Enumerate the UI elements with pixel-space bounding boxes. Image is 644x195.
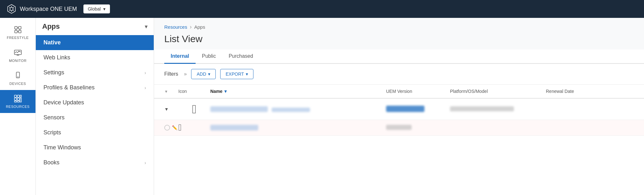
nav-item-weblinks-label: Web Links: [43, 54, 70, 61]
svg-rect-27: [17, 101, 19, 102]
sidebar-item-monitor[interactable]: MONITOR: [0, 44, 35, 67]
sidebar-item-devices[interactable]: DEVICES: [0, 67, 35, 90]
add-label: ADD: [197, 71, 206, 77]
table-row-sub: ✏️ : [154, 120, 644, 136]
chevron-right-icon: ›: [144, 70, 146, 75]
nav-item-sensors-label: Sensors: [43, 114, 65, 121]
nav-item-time-windows[interactable]: Time Windows: [36, 140, 154, 155]
row-uem-blurred: [386, 106, 424, 112]
nav-item-scripts[interactable]: Scripts: [36, 125, 154, 140]
row-expand-arrow[interactable]: ▼: [164, 106, 178, 112]
row-name-blurred: [210, 106, 268, 112]
svg-rect-24: [14, 98, 17, 100]
logo-area: Workspace ONE UEM: [6, 4, 77, 14]
tab-internal[interactable]: Internal: [164, 49, 196, 64]
sidebar-label-resources: RESOURCES: [6, 105, 29, 109]
nav-item-books-label: Books: [43, 159, 59, 166]
content-area: Resources › Apps List View Internal Publ…: [154, 18, 644, 195]
table-row: ▼ : [154, 99, 644, 120]
nav-item-profiles-label: Profiles & Baselines: [43, 84, 95, 91]
tab-purchased[interactable]: Purchased: [222, 49, 260, 64]
col-header-name[interactable]: Name ▾: [210, 89, 386, 94]
sidebar-label-devices: DEVICES: [10, 82, 26, 86]
export-chevron-down-icon: ▾: [246, 71, 248, 77]
nav-item-books[interactable]: Books ›: [36, 155, 154, 170]
nav-section-apps-label: Apps: [42, 22, 60, 31]
col-header-uem: UEM Version: [386, 89, 450, 94]
icon-sidebar: FREESTYLE MONITOR DEVICES: [0, 18, 36, 195]
chevron-down-icon: ▾: [103, 6, 105, 11]
sub-row-uem: [386, 125, 450, 131]
toolbar: Filters » ADD ▾ EXPORT ▾: [154, 64, 644, 85]
sub-row-name-blurred: [210, 125, 258, 131]
svg-line-5: [13, 10, 14, 11]
chevron-right-icon: ›: [144, 85, 146, 90]
edit-icon[interactable]: ✏️: [172, 125, 177, 130]
row-icon: : [178, 103, 210, 115]
name-col-label: Name: [210, 89, 222, 94]
nav-item-time-windows-label: Time Windows: [43, 144, 81, 151]
nav-item-profiles[interactable]: Profiles & Baselines ›: [36, 80, 154, 95]
col-header-arrow[interactable]: ▼: [164, 88, 178, 94]
nav-item-device-updates[interactable]: Device Updates: [36, 95, 154, 110]
svg-line-6: [9, 10, 11, 11]
svg-rect-22: [17, 95, 19, 97]
svg-rect-23: [20, 95, 21, 97]
row-radio[interactable]: [164, 125, 170, 131]
export-label: EXPORT: [226, 71, 244, 77]
name-sort-icon: ▾: [224, 89, 227, 94]
add-button[interactable]: ADD ▾: [191, 69, 216, 79]
col-header-icon: Icon: [178, 89, 210, 94]
nav-section-apps[interactable]: Apps ▾: [36, 18, 154, 35]
table-header: ▼ Icon Name ▾ UEM Version Platform/OS/Mo…: [154, 85, 644, 99]
row-name-sub-blurred: [272, 108, 310, 112]
breadcrumb-separator: ›: [190, 24, 192, 30]
resources-icon: [14, 94, 22, 103]
main-layout: FREESTYLE MONITOR DEVICES: [0, 18, 644, 195]
chevron-down-icon: ▾: [145, 24, 147, 30]
sidebar-item-resources[interactable]: RESOURCES: [0, 90, 35, 113]
svg-rect-10: [15, 30, 17, 33]
add-chevron-down-icon: ▾: [208, 71, 210, 77]
breadcrumb-parent[interactable]: Resources: [164, 24, 187, 30]
filters-label: Filters: [164, 71, 178, 77]
global-dropdown[interactable]: Global ▾: [83, 4, 110, 13]
nav-item-weblinks[interactable]: Web Links: [36, 50, 154, 65]
nav-item-scripts-label: Scripts: [43, 129, 61, 136]
svg-marker-0: [8, 4, 15, 13]
global-label: Global: [88, 6, 101, 11]
nav-sidebar: Apps ▾ Native Web Links Settings › Profi…: [36, 18, 154, 195]
monitor-icon: [14, 49, 22, 57]
svg-rect-11: [19, 30, 21, 33]
nav-item-settings-label: Settings: [43, 69, 64, 76]
row-platform-blurred: [450, 106, 514, 111]
apple-icon: : [178, 103, 210, 115]
breadcrumb: Resources › Apps: [154, 18, 644, 32]
sub-row-actions: ✏️: [164, 125, 178, 131]
nav-item-device-updates-label: Device Updates: [43, 99, 84, 106]
apple-icon-small: : [178, 123, 182, 132]
svg-rect-26: [14, 101, 17, 102]
chevron-right-icon: ›: [144, 160, 146, 165]
double-chevron-icon: »: [184, 71, 187, 77]
col-header-platform: Platform/OS/Model: [450, 89, 546, 94]
arrow-down-icon: ▼: [164, 107, 169, 112]
nav-item-sensors[interactable]: Sensors: [36, 110, 154, 125]
row-uem: [386, 106, 450, 113]
page-title: List View: [154, 32, 644, 49]
export-button[interactable]: EXPORT ▾: [220, 69, 253, 79]
tabs-bar: Internal Public Purchased: [154, 49, 644, 64]
sidebar-item-freestyle[interactable]: FREESTYLE: [0, 21, 35, 44]
sub-row-uem-blurred: [386, 125, 412, 130]
tab-public[interactable]: Public: [196, 49, 222, 64]
sort-icon: ▼: [164, 89, 168, 94]
svg-rect-21: [14, 95, 17, 97]
row-name: [210, 106, 386, 112]
nav-item-native[interactable]: Native: [36, 35, 154, 50]
nav-item-native-label: Native: [43, 39, 61, 46]
nav-item-settings[interactable]: Settings ›: [36, 65, 154, 80]
svg-line-7: [13, 7, 14, 8]
sub-row-icon: : [178, 123, 210, 132]
breadcrumb-current: Apps: [194, 24, 205, 30]
top-nav: Workspace ONE UEM Global ▾: [0, 0, 644, 18]
